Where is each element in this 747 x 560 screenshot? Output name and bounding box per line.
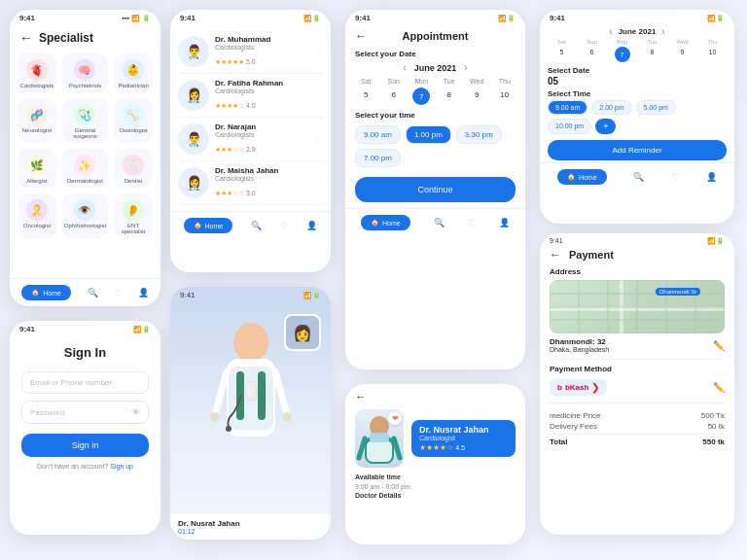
home-button[interactable]: 🏠 Home [557, 169, 607, 185]
favorite-icon[interactable]: ♡ [314, 178, 323, 189]
next-month-button[interactable]: › [661, 26, 664, 37]
home-button[interactable]: 🏠 Home [21, 285, 71, 300]
time-chip[interactable]: 5.00 pm [636, 100, 676, 115]
back-button[interactable]: ← [355, 29, 367, 43]
doctor-item[interactable]: 👩‍⚕️ Dr. Maisha Jahan Cardiologists ★★★☆… [178, 161, 323, 205]
spec-allergist[interactable]: 🌿 Allergist [18, 149, 56, 188]
search-nav-icon[interactable]: 🔍 [633, 172, 644, 182]
calendar-nav: ‹ June 2021 › [345, 60, 525, 75]
status-bar: 9:41 📶🔋 [540, 233, 734, 246]
doctor-item[interactable]: 👩‍⚕️ Dr. Fatiha Rahman Cardiologists ★★★… [178, 74, 323, 118]
svg-rect-4 [258, 371, 266, 420]
add-time-button[interactable]: + [595, 119, 616, 134]
doctor-profile-image: ❤ [355, 409, 404, 468]
search-nav-icon[interactable]: 🔍 [88, 288, 98, 298]
calendar-day[interactable]: 8 [437, 88, 463, 105]
doctor-item[interactable]: 👨‍⚕️ Dr. Narajan Cardiologists ★★★☆☆ 2.9… [178, 118, 323, 161]
spec-ent[interactable]: 👂 ENT specialist [114, 193, 153, 238]
spec-ophthalmologist[interactable]: 👁️ Ophthalmologist [62, 193, 108, 238]
time-slot-active[interactable]: 1.00 pm [406, 125, 451, 144]
status-bar: 9:41 📶🔋 [170, 287, 331, 301]
signin-button[interactable]: Sign in [21, 434, 149, 457]
email-field[interactable]: Email or Phone number [21, 371, 149, 394]
back-button[interactable]: ← [550, 248, 561, 262]
time-chip[interactable]: 2.00 pm [591, 100, 631, 115]
heart-nav-icon[interactable]: ♡ [280, 221, 288, 230]
user-nav-icon[interactable]: 👤 [706, 172, 717, 182]
time-slot[interactable]: 3.30 pm [456, 125, 502, 144]
spec-oncologist[interactable]: 🎗️ Oncologist [18, 193, 56, 238]
calendar-day-active[interactable]: 7 [615, 47, 630, 62]
calendar-day[interactable]: 10 [492, 88, 518, 105]
time-slot[interactable]: 9.00 am [355, 125, 401, 144]
calendar-month: June 2021 [619, 27, 657, 36]
spec-label: Dentist [124, 178, 143, 184]
heart-badge: ❤ [388, 411, 402, 425]
time-chip[interactable]: 10.00 pm [548, 119, 591, 134]
time-slot[interactable]: 7.00 pm [355, 149, 401, 167]
video-call-card: 9:41 📶🔋 👩 Dr. [170, 287, 331, 540]
svg-line-14 [359, 438, 365, 458]
password-placeholder: Password [30, 408, 64, 417]
select-date-section: Select Date [540, 63, 734, 76]
home-icon: 🏠 [31, 289, 40, 297]
spec-general[interactable]: 🩺 General surgeons [62, 98, 108, 143]
heart-nav-icon[interactable]: ♡ [468, 218, 476, 228]
time-slots: 9.00 am 1.00 pm 3.30 pm 7.00 pm [345, 122, 525, 171]
back-button[interactable]: ← [19, 30, 33, 46]
calendar-day[interactable]: 9 [464, 88, 490, 105]
spec-neurologist[interactable]: 🧬 Neurologist [18, 98, 56, 143]
user-nav-icon[interactable]: 👤 [138, 288, 149, 298]
home-button[interactable]: 🏠 Home [184, 218, 233, 233]
calendar-day[interactable]: 6 [578, 47, 606, 62]
calendar-day-active[interactable]: 7 [412, 88, 430, 105]
calendar-day[interactable]: 9 [668, 47, 696, 62]
calendar-day[interactable]: 5 [548, 47, 576, 62]
spec-pediatrician[interactable]: 👶 Pediatrician [114, 53, 153, 92]
search-nav-icon[interactable]: 🔍 [434, 218, 445, 228]
signin-footer: Don't have an account? Sign up [21, 463, 149, 470]
select-time-section: Select Time [540, 89, 734, 100]
add-reminder-button[interactable]: Add Reminder [548, 140, 727, 160]
back-button[interactable]: ← [345, 384, 525, 405]
time-chip-active[interactable]: 9.00 am [548, 100, 587, 115]
calendar-day[interactable]: 6 [381, 88, 408, 105]
prev-month-button[interactable]: ‹ [609, 26, 612, 37]
svg-line-7 [275, 371, 287, 415]
home-button[interactable]: 🏠 Home [361, 215, 410, 230]
heart-nav-icon[interactable]: ♡ [114, 288, 122, 298]
edit-payment-icon[interactable]: ✏️ [713, 382, 725, 393]
favorite-icon[interactable]: ♡ [314, 134, 323, 145]
spec-psychiatrists[interactable]: 🧠 Psychiatrists [62, 53, 108, 92]
doctor-item[interactable]: 👨‍⚕️ Dr. Muhammad Cardiologists ★★★★★ 5.… [178, 30, 323, 74]
next-month-button[interactable]: › [464, 62, 467, 73]
spec-ossiologist[interactable]: 🦴 Ossiologist [114, 98, 153, 143]
spec-label: ENT specialist [116, 223, 151, 234]
edit-address-icon[interactable]: ✏️ [713, 340, 725, 351]
prev-month-button[interactable]: ‹ [403, 62, 406, 73]
search-nav-icon[interactable]: 🔍 [251, 221, 262, 230]
calendar-day[interactable]: 8 [638, 47, 666, 62]
user-nav-icon[interactable]: 👤 [499, 218, 510, 228]
spec-dentist[interactable]: 🦷 Dentist [114, 149, 153, 188]
bkash-label: bKash [565, 383, 588, 392]
password-field[interactable]: Password 👁 [21, 401, 149, 424]
spec-dermatologist[interactable]: ✨ Dermatologist [62, 149, 108, 188]
time-slots: 9.00 am 2.00 pm 5.00 pm [540, 100, 734, 119]
spec-cardiologists[interactable]: 🫀 Cardiologists [18, 53, 56, 92]
calendar-day[interactable]: 5 [353, 88, 379, 105]
favorite-icon[interactable]: ♡ [314, 47, 323, 57]
user-nav-icon[interactable]: 👤 [306, 221, 317, 230]
map-pin: Dhanmondi St [656, 288, 700, 296]
calendar-day[interactable]: 10 [698, 47, 727, 62]
svg-point-0 [233, 323, 268, 362]
doclist-card: 9:41 📶🔋 👨‍⚕️ Dr. Muhammad Cardiologists … [170, 10, 331, 272]
favorite-icon[interactable]: ♡ [314, 90, 323, 101]
svg-rect-13 [367, 440, 392, 462]
signup-link[interactable]: Sign up [110, 463, 133, 470]
continue-button[interactable]: Continue [355, 177, 516, 202]
eye-icon[interactable]: 👁 [131, 407, 140, 417]
bkash-badge[interactable]: b bKash ❯ [550, 379, 607, 396]
heart-nav-icon[interactable]: ♡ [671, 172, 679, 182]
svg-line-6 [215, 371, 227, 415]
